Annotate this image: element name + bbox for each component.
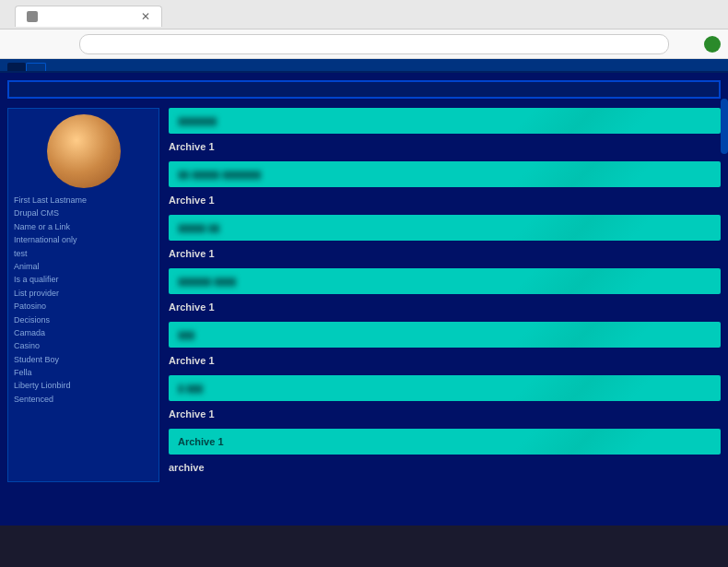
new-tab-button[interactable]: [162, 19, 177, 27]
refresh-button[interactable]: [55, 35, 74, 53]
archive-label-2: Archive 1: [169, 248, 721, 259]
archive-link-2[interactable]: ▮▮▮▮▮ ▮▮: [169, 215, 721, 241]
archive-label-5: Archive 1: [169, 408, 721, 419]
sidebar-line-6: Is a qualifier: [14, 273, 153, 286]
archive-block-5: ▮ ▮▮▮Archive 1: [169, 375, 721, 419]
sidebar-line-9: Decisions: [14, 313, 153, 326]
window-controls: [671, 8, 721, 21]
page-tabs: [0, 59, 728, 73]
close-button[interactable]: [708, 8, 721, 21]
sidebar-line-13: Fella: [14, 366, 153, 379]
sidebar-line-3: International only: [14, 233, 153, 246]
archive-link-text-0: ▮▮▮▮▮▮▮: [178, 115, 217, 127]
main-layout: First Last LastnameDrupal CMSName or a L…: [7, 108, 721, 482]
sidebar-line-12: Student Boy: [14, 353, 153, 366]
address-bar[interactable]: [79, 34, 669, 54]
archive-link-text-4: ▮▮▮: [178, 329, 194, 341]
info-banner: [7, 80, 721, 99]
tab-close-button[interactable]: ✕: [141, 10, 150, 23]
archive-list: ▮▮▮▮▮▮▮Archive 1▮▮ ▮▮▮▮▮ ▮▮▮▮▮▮▮Archive …: [169, 108, 721, 473]
scrollbar-thumb[interactable]: [721, 99, 728, 154]
browser-tab[interactable]: ✕: [15, 6, 162, 27]
sidebar-line-5: Animal: [14, 260, 153, 273]
archive-block-1: ▮▮ ▮▮▮▮▮ ▮▮▮▮▮▮▮Archive 1: [169, 161, 721, 206]
minimize-button[interactable]: [671, 8, 684, 21]
sidebar-lines: First Last LastnameDrupal CMSName or a L…: [14, 194, 153, 406]
archive-link-text-6: Archive 1: [178, 436, 224, 447]
right-content: ▮▮▮▮▮▮▮Archive 1▮▮ ▮▮▮▮▮ ▮▮▮▮▮▮▮Archive …: [169, 108, 721, 482]
archive-link-4[interactable]: ▮▮▮: [169, 322, 721, 348]
archive-block-0: ▮▮▮▮▮▮▮Archive 1: [169, 108, 721, 152]
nav-bar: [0, 30, 728, 59]
archive-link-text-5: ▮ ▮▮▮: [178, 383, 203, 395]
archive-label-0: Archive 1: [169, 141, 721, 152]
archive-link-text-3: ▮▮▮▮▮▮ ▮▮▮▮: [178, 276, 236, 288]
maximize-button[interactable]: [689, 8, 702, 21]
archive-block-2: ▮▮▮▮▮ ▮▮Archive 1: [169, 215, 721, 259]
tab-partners[interactable]: [26, 63, 46, 71]
sidebar-line-2: Name or a Link: [14, 220, 153, 233]
sidebar-line-0: First Last Lastname: [14, 194, 153, 207]
sidebar-line-8: Patosino: [14, 300, 153, 313]
archive-label-4: Archive 1: [169, 355, 721, 366]
sidebar-line-15: Sentenced: [14, 393, 153, 406]
archive-link-1[interactable]: ▮▮ ▮▮▮▮▮ ▮▮▮▮▮▮▮: [169, 161, 721, 187]
archive-link-5[interactable]: ▮ ▮▮▮: [169, 375, 721, 401]
profile-avatar: [47, 114, 121, 188]
archive-block-6: Archive 1archive: [169, 429, 721, 473]
sidebar-line-4: test: [14, 247, 153, 260]
sidebar: First Last LastnameDrupal CMSName or a L…: [7, 108, 159, 482]
sidebar-line-7: List provider: [14, 287, 153, 300]
title-bar: ✕: [0, 0, 728, 30]
archive-link-text-1: ▮▮ ▮▮▮▮▮ ▮▮▮▮▮▮▮: [178, 169, 261, 181]
scrollbar[interactable]: [721, 99, 728, 526]
archive-link-3[interactable]: ▮▮▮▮▮▮ ▮▮▮▮: [169, 268, 721, 294]
tab-area: ✕: [7, 2, 184, 27]
page-content: First Last LastnameDrupal CMSName or a L…: [0, 73, 728, 526]
forward-button[interactable]: [31, 35, 50, 53]
archive-block-4: ▮▮▮Archive 1: [169, 322, 721, 366]
tab-favicon: [27, 11, 38, 22]
archive-block-3: ▮▮▮▮▮▮ ▮▮▮▮Archive 1: [169, 268, 721, 313]
sidebar-line-1: Drupal CMS: [14, 207, 153, 219]
sidebar-line-14: Liberty Lionbird: [14, 379, 153, 392]
sidebar-line-11: Casino: [14, 339, 153, 352]
tab-home[interactable]: [7, 63, 26, 71]
archive-label-1: Archive 1: [169, 195, 721, 206]
archive-link-6[interactable]: Archive 1: [169, 429, 721, 455]
nav-icons: [675, 36, 721, 53]
archive-label-3: Archive 1: [169, 301, 721, 313]
profile-icon[interactable]: [704, 36, 721, 53]
archive-label-6: archive: [169, 462, 721, 473]
profile-image: [47, 114, 121, 188]
archive-link-0[interactable]: ▮▮▮▮▮▮▮: [169, 108, 721, 134]
back-button[interactable]: [7, 35, 26, 53]
sidebar-line-10: Camada: [14, 326, 153, 339]
archive-link-text-2: ▮▮▮▮▮ ▮▮: [178, 222, 219, 234]
